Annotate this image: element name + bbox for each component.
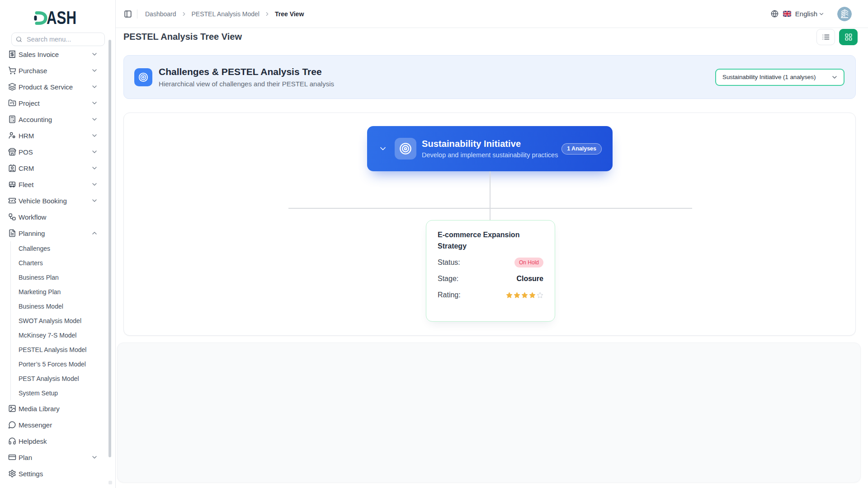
sidebar-item-plan[interactable]: Plan	[0, 449, 115, 465]
sidebar-item-project[interactable]: Project	[0, 95, 115, 111]
status-label: Status:	[438, 258, 460, 267]
user-cog-icon	[8, 131, 16, 140]
star-icon	[514, 292, 520, 299]
sidebar-subitem-pestel-analysis-model[interactable]: PESTEL Analysis Model	[11, 343, 115, 357]
store-icon	[8, 148, 16, 156]
sidebar-item-planning[interactable]: Planning	[0, 225, 115, 241]
chevron-right-icon	[181, 11, 187, 17]
layers-icon	[8, 83, 16, 91]
banner-title: Challenges & PESTEL Analysis Tree	[159, 66, 334, 77]
sidebar-item-label: POS	[19, 148, 91, 156]
sidebar-item-sales-invoice[interactable]: Sales Invoice	[0, 46, 115, 62]
sidebar-subitem-business-model[interactable]: Business Model	[11, 299, 115, 314]
chevron-down-icon	[91, 181, 98, 188]
globe-icon[interactable]	[771, 10, 778, 18]
rating-label: Rating:	[438, 291, 461, 299]
bus-icon	[8, 180, 16, 188]
status-row: Status: On Hold	[438, 256, 543, 269]
sidebar-subitem-business-plan[interactable]: Business Plan	[11, 270, 115, 285]
challenge-select-value: Sustainability Initiative (1 analyses)	[722, 74, 816, 80]
uk-flag-icon[interactable]	[783, 11, 791, 17]
breadcrumb-pestel-analysis-model[interactable]: PESTEL Analysis Model	[192, 10, 259, 18]
sidebar-subitem-swot-analysis-model[interactable]: SWOT Analysis Model	[11, 314, 115, 328]
sidebar-item-workflow[interactable]: Workflow	[0, 209, 115, 225]
breadcrumb: DashboardPESTEL Analysis ModelTree View	[145, 10, 304, 18]
chevron-down-icon	[91, 132, 98, 139]
node-subtitle: Develop and implement sustainability pra…	[422, 151, 558, 159]
chevron-down-icon	[91, 197, 98, 204]
sidebar-item-label: HRM	[19, 132, 91, 140]
sidebar-subitem-mckinsey-7-s-model[interactable]: McKinsey 7-S Model	[11, 328, 115, 343]
status-badge: On Hold	[514, 258, 543, 267]
stage-row: Stage: Closure	[438, 272, 543, 285]
sidebar-item-pos[interactable]: POS	[0, 144, 115, 160]
sidebar-item-helpdesk[interactable]: Helpdesk	[0, 433, 115, 449]
sidebar-subitem-challenges[interactable]: Challenges	[11, 241, 115, 256]
rating-row: Rating:	[438, 289, 543, 301]
sidebar-item-label: Purchase	[19, 67, 91, 75]
file-text-icon	[8, 229, 16, 237]
banner-subtitle: Hierarchical view of challenges and thei…	[159, 80, 334, 88]
language-selector[interactable]: English	[795, 10, 817, 18]
challenge-select[interactable]: Sustainability Initiative (1 analyses)	[715, 69, 844, 86]
chevron-up-icon	[91, 230, 98, 237]
sidebar-subitem-pest-analysis-model[interactable]: PEST Analysis Model	[11, 371, 115, 386]
calculator-icon	[8, 115, 16, 123]
stage-value: Closure	[516, 275, 543, 283]
sidebar-item-label: Plan	[19, 454, 91, 461]
topbar-right: English	[771, 7, 852, 21]
chevron-down-icon	[818, 11, 825, 17]
sidebar-item-settings[interactable]: Settings	[0, 465, 115, 482]
chevron-right-icon	[264, 11, 270, 17]
chevron-down-icon	[91, 116, 98, 123]
sidebar-item-label: CRM	[19, 164, 91, 172]
search-icon	[16, 36, 22, 42]
sidebar-item-media-library[interactable]: Media Library	[0, 400, 115, 417]
sidebar-subitem-marketing-plan[interactable]: Marketing Plan	[11, 285, 115, 299]
sidebar-item-crm[interactable]: CRM	[0, 160, 115, 176]
sidebar-item-product-service[interactable]: Product & Service	[0, 79, 115, 95]
list-view-button[interactable]	[816, 29, 835, 45]
sidebar-toggle-icon[interactable]	[124, 10, 132, 18]
avatar[interactable]	[837, 7, 852, 21]
sidebar-subitem-charters[interactable]: Charters	[11, 256, 115, 270]
folder-kanban-icon	[8, 99, 16, 107]
sidebar-item-label: Fleet	[19, 181, 91, 188]
node-target-icon-box	[395, 138, 416, 160]
sidebar-item-vehicle-booking[interactable]: Vehicle Booking	[0, 192, 115, 209]
chevron-down-icon	[91, 51, 98, 58]
settings-icon	[8, 469, 16, 478]
contact-icon	[8, 164, 16, 172]
breadcrumb-dashboard[interactable]: Dashboard	[145, 10, 176, 18]
sidebar-item-messenger[interactable]: Messenger	[0, 417, 115, 433]
cart-icon	[8, 66, 16, 75]
topbar-divider	[137, 9, 137, 19]
analyses-count-badge: 1 Analyses	[561, 143, 602, 155]
sidebar-item-fleet[interactable]: Fleet	[0, 176, 115, 192]
analysis-card[interactable]: E-commerce Expansion Strategy Status: On…	[426, 220, 555, 322]
sidebar-subitem-porter-s-5-forces-model[interactable]: Porter’s 5 Forces Model	[11, 357, 115, 371]
star-icon	[529, 292, 536, 299]
sidebar-item-label: Workflow	[19, 213, 98, 221]
grid-view-button[interactable]	[839, 29, 858, 45]
dash-logo[interactable]: ASH	[33, 7, 82, 25]
sidebar-item-purchase[interactable]: Purchase	[0, 62, 115, 79]
target-icon	[399, 142, 412, 155]
rating-stars	[506, 292, 543, 299]
sidebar-item-accounting[interactable]: Accounting	[0, 111, 115, 127]
connector-vertical-top	[490, 171, 491, 208]
empty-panel	[117, 343, 861, 483]
search-input[interactable]	[11, 33, 105, 46]
main-area: DashboardPESTEL Analysis ModelTree View …	[116, 0, 868, 488]
sidebar-subitem-system-setup[interactable]: System Setup	[11, 386, 115, 400]
tree-root-node[interactable]: Sustainability Initiative Develop and im…	[367, 126, 613, 171]
sidebar-item-hrm[interactable]: HRM	[0, 127, 115, 144]
target-icon	[138, 72, 148, 82]
sidebar-nav: Sales InvoicePurchaseProduct & ServicePr…	[0, 46, 115, 482]
breadcrumb-tree-view: Tree View	[275, 10, 304, 18]
sidebar-item-label: Helpdesk	[19, 437, 98, 445]
sidebar-submenu-planning: ChallengesChartersBusiness PlanMarketing…	[10, 241, 115, 400]
chevron-down-icon[interactable]	[378, 144, 387, 153]
svg-text:ASH: ASH	[47, 8, 76, 26]
sidebar-scrollbar[interactable]	[108, 40, 111, 457]
